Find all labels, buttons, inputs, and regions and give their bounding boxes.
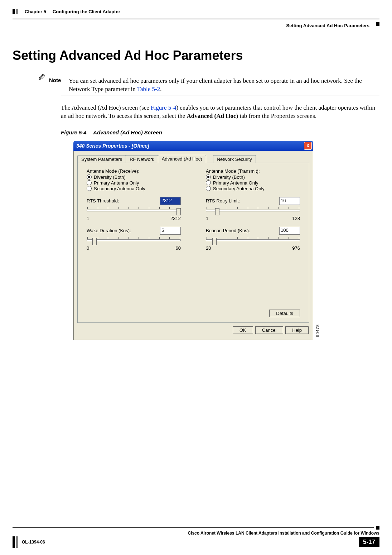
note-block: ✎ Note You can set advanced ad hoc param… — [38, 74, 379, 96]
figure-number: Figure 5-4 — [61, 129, 87, 135]
antenna-tx-label: Antenna Mode (Transmit): — [206, 168, 300, 174]
rts-threshold-label: RTS Threshold: — [87, 198, 119, 204]
radio-rx-primary-label: Primary Antenna Only — [94, 180, 139, 186]
para-figure-link[interactable]: Figure 5-4 — [151, 104, 176, 111]
footer-book-title: Cisco Aironet Wireless LAN Client Adapte… — [188, 531, 379, 536]
chapter-title: Configuring the Client Adapter — [53, 9, 120, 14]
note-text-after: . — [160, 86, 161, 92]
wake-duration-max: 60 — [176, 245, 181, 251]
tab-rf-network[interactable]: RF Network — [126, 155, 158, 163]
slider-thumb-icon[interactable] — [212, 238, 217, 245]
figure-title: Advanced (Ad Hoc) Screen — [93, 129, 162, 135]
page-title: Setting Advanced Ad Hoc Parameters — [13, 48, 379, 63]
radio-tx-secondary[interactable] — [206, 186, 211, 191]
note-label: Note — [49, 74, 69, 83]
intro-paragraph: The Advanced (Ad Hoc) screen (see Figure… — [61, 104, 379, 120]
footer-marker-icon — [376, 526, 379, 530]
wake-duration-slider[interactable]: 060 — [87, 237, 181, 251]
tab-row: System Parameters RF Network Advanced (A… — [77, 154, 309, 163]
rts-threshold-max: 2312 — [170, 216, 181, 221]
note-text: You can set advanced ad hoc parameters o… — [69, 74, 379, 94]
cancel-button[interactable]: Cancel — [255, 326, 283, 334]
tab-system-parameters[interactable]: System Parameters — [77, 155, 126, 163]
rts-threshold-slider[interactable]: 12312 — [87, 207, 181, 221]
footer-bar-grey — [16, 536, 18, 548]
help-button[interactable]: Help — [285, 326, 309, 334]
header-bar-grey — [16, 9, 18, 14]
rts-retry-min: 1 — [206, 216, 208, 221]
note-text-before: You can set advanced ad hoc parameters o… — [69, 77, 362, 92]
beacon-period-input[interactable]: 100 — [279, 227, 300, 235]
tab-network-security[interactable]: Network Security — [213, 155, 256, 163]
wake-duration-input[interactable]: 5 — [160, 227, 181, 235]
radio-tx-diversity-label: Diversity (Both) — [213, 174, 245, 180]
slider-thumb-icon[interactable] — [92, 238, 97, 245]
page-number: 5-17 — [359, 537, 379, 547]
header-right-marker — [376, 22, 379, 26]
radio-tx-primary[interactable] — [206, 180, 211, 185]
radio-rx-diversity[interactable] — [87, 174, 92, 180]
note-link-table[interactable]: Table 5-2 — [137, 86, 160, 92]
antenna-rx-label: Antenna Mode (Receive): — [87, 168, 181, 174]
header-section-right: Setting Advanced Ad Hoc Parameters — [286, 23, 369, 28]
dialog-titlebar: 340 Series Properties - [Office] X — [73, 141, 313, 151]
slider-thumb-icon[interactable] — [176, 208, 181, 215]
para-part3: tab from the Properties screens. — [238, 113, 316, 119]
properties-dialog: 340 Series Properties - [Office] X Syste… — [73, 141, 313, 340]
beacon-period-min: 20 — [206, 245, 211, 251]
wake-duration-label: Wake Duration (Kus): — [87, 228, 131, 233]
para-part1: The Advanced (Ad Hoc) screen (see — [61, 104, 151, 111]
rts-threshold-min: 1 — [87, 216, 89, 221]
footer-bar-black — [13, 536, 15, 548]
page-header: Chapter 5 Configuring the Client Adapter — [13, 9, 379, 14]
para-bold: Advanced (Ad Hoc) — [187, 113, 238, 119]
wake-duration-min: 0 — [87, 245, 89, 251]
radio-tx-primary-label: Primary Antenna Only — [213, 180, 258, 186]
tab-advanced-adhoc[interactable]: Advanced (Ad Hoc) — [158, 155, 206, 163]
rts-threshold-input[interactable]: 2312 — [160, 197, 181, 205]
rts-retry-label: RTS Retry Limit: — [206, 198, 240, 204]
rts-retry-max: 128 — [292, 216, 300, 221]
radio-tx-secondary-label: Secondary Antenna Only — [213, 186, 265, 191]
footer-doc-id: OL-1394-06 — [22, 540, 45, 545]
chapter-number: Chapter 5 — [25, 9, 46, 14]
pencil-note-icon: ✎ — [38, 72, 45, 83]
rts-retry-slider[interactable]: 1128 — [206, 207, 300, 221]
radio-rx-secondary[interactable] — [87, 186, 92, 191]
close-button[interactable]: X — [304, 142, 312, 150]
rts-retry-input[interactable]: 16 — [279, 197, 300, 205]
header-bar-black — [13, 9, 15, 14]
beacon-period-slider[interactable]: 20976 — [206, 237, 300, 251]
close-icon: X — [306, 143, 309, 148]
defaults-button[interactable]: Defaults — [269, 310, 300, 317]
tab-panel: Antenna Mode (Receive): Diversity (Both)… — [77, 163, 309, 323]
page-footer: Cisco Aironet Wireless LAN Client Adapte… — [13, 526, 379, 548]
radio-rx-diversity-label: Diversity (Both) — [94, 174, 126, 180]
beacon-period-max: 976 — [292, 245, 300, 251]
dialog-title: 340 Series Properties - [Office] — [76, 143, 304, 149]
slider-thumb-icon[interactable] — [215, 208, 219, 215]
radio-rx-primary[interactable] — [87, 180, 92, 185]
figure-side-id: 90478 — [315, 324, 320, 337]
ok-button[interactable]: OK — [233, 326, 253, 334]
figure-caption: Figure 5-4 Advanced (Ad Hoc) Screen — [61, 129, 379, 135]
beacon-period-label: Beacon Period (Kus): — [206, 228, 250, 233]
radio-rx-secondary-label: Secondary Antenna Only — [94, 186, 145, 191]
radio-tx-diversity[interactable] — [206, 174, 211, 180]
